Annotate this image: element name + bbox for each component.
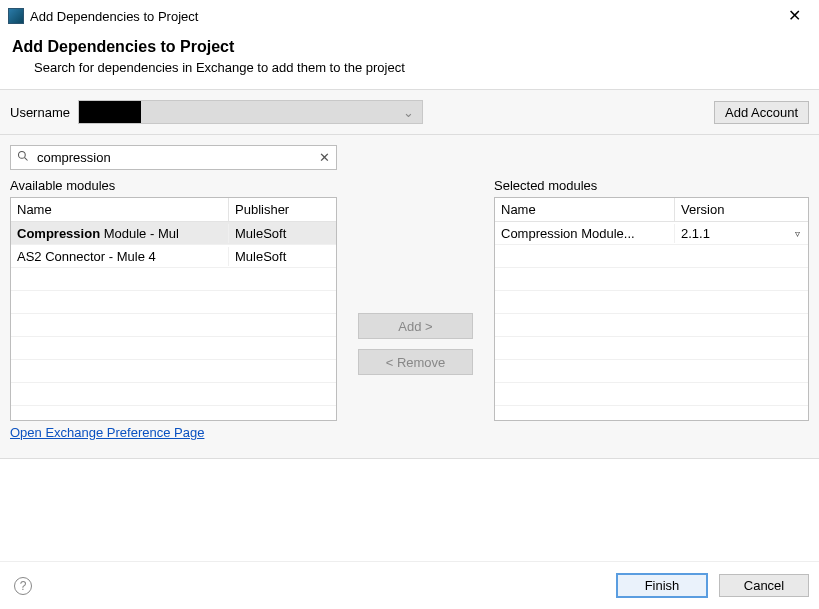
selected-modules-label: Selected modules [494,178,809,193]
title-bar: Add Dependencies to Project ✕ [0,0,819,30]
available-modules-table: Name Publisher Compression Module - Mul … [10,197,337,421]
module-publisher-cell: MuleSoft [229,247,336,266]
main-panel: ✕ Available modules Name Publisher Compr… [0,135,819,459]
cancel-button[interactable]: Cancel [719,574,809,597]
page-title: Add Dependencies to Project [12,38,807,56]
module-name-cell: AS2 Connector - Mule 4 [11,247,229,266]
column-header-publisher[interactable]: Publisher [229,198,336,221]
column-header-name[interactable]: Name [11,198,229,221]
page-subtitle: Search for dependencies in Exchange to a… [34,60,807,75]
chevron-down-icon: ▿ [795,228,800,239]
footer: ? Finish Cancel [0,561,819,609]
selected-name-cell: Compression Module... [495,224,675,243]
finish-button[interactable]: Finish [617,574,707,597]
column-header-version[interactable]: Version [675,198,808,221]
clear-search-icon[interactable]: ✕ [319,150,330,165]
exchange-preference-link[interactable]: Open Exchange Preference Page [10,425,204,440]
add-account-button[interactable]: Add Account [714,101,809,124]
search-box: ✕ [10,145,337,170]
close-icon[interactable]: ✕ [780,6,809,26]
search-input[interactable] [35,149,313,166]
table-row[interactable]: Compression Module... 2.1.1 ▿ [495,222,808,245]
available-modules-label: Available modules [10,178,337,193]
help-icon[interactable]: ? [14,577,32,595]
svg-point-0 [19,152,26,159]
chevron-down-icon: ⌄ [403,105,414,120]
table-row[interactable]: AS2 Connector - Mule 4 MuleSoft [11,245,336,268]
add-button[interactable]: Add > [358,313,473,339]
column-header-name[interactable]: Name [495,198,675,221]
username-select[interactable]: ⌄ [78,100,423,124]
module-publisher-cell: MuleSoft [229,224,336,243]
selected-modules-table: Name Version Compression Module... 2.1.1… [494,197,809,421]
username-label: Username [10,105,70,120]
search-icon [17,150,29,165]
module-name-cell: Compression Module - Mul [11,224,229,243]
svg-line-1 [25,158,28,161]
table-row[interactable]: Compression Module - Mul MuleSoft [11,222,336,245]
username-value-redacted [79,101,141,123]
app-icon [8,8,24,24]
window-title: Add Dependencies to Project [30,9,780,24]
selected-version-cell[interactable]: 2.1.1 ▿ [675,224,808,243]
remove-button[interactable]: < Remove [358,349,473,375]
account-bar: Username ⌄ Add Account [0,89,819,135]
header: Add Dependencies to Project Search for d… [0,30,819,89]
